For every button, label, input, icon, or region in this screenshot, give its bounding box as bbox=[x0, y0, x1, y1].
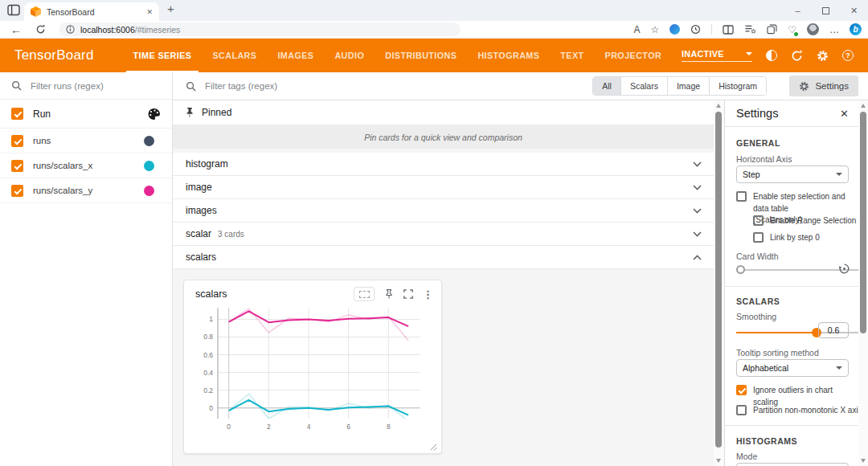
select-all-runs-checkbox[interactable] bbox=[11, 108, 23, 120]
tab-images[interactable]: IMAGES bbox=[267, 39, 324, 72]
filter-scalars-button[interactable]: Scalars bbox=[620, 77, 667, 95]
settings-scrollbar[interactable] bbox=[858, 100, 868, 466]
palette-icon[interactable] bbox=[147, 108, 161, 121]
svg-text:8: 8 bbox=[387, 423, 391, 431]
tab-layout-icon[interactable] bbox=[7, 4, 20, 16]
runs-filter-input[interactable] bbox=[29, 80, 161, 92]
section-scalar[interactable]: scalar 3 cards bbox=[173, 223, 714, 246]
scroll-up-arrow[interactable] bbox=[861, 104, 866, 108]
section-scalars[interactable]: scalars bbox=[173, 246, 714, 269]
close-tab-icon[interactable]: ✕ bbox=[146, 8, 153, 16]
partition-x-axis-row: Partition non-monotonic X axis? bbox=[736, 405, 849, 417]
card-header: scalars ⋮ bbox=[184, 280, 441, 301]
read-aloud-icon[interactable]: A bbox=[633, 25, 640, 35]
link-by-step-checkbox[interactable] bbox=[753, 232, 764, 243]
extension-icon[interactable] bbox=[669, 24, 680, 35]
filter-all-button[interactable]: All bbox=[593, 77, 620, 95]
scroll-down-arrow[interactable] bbox=[861, 459, 866, 463]
browser-tab-strip: TensorBoard ✕ + – ✕ bbox=[0, 0, 868, 21]
run-row[interactable]: runs bbox=[0, 129, 172, 153]
range-selection-checkbox[interactable] bbox=[753, 215, 764, 226]
bing-chat-icon[interactable]: b bbox=[850, 23, 862, 35]
tooltip-sorting-select[interactable]: Alphabetical bbox=[736, 359, 849, 377]
scalars-chart[interactable]: 00.20.40.60.8102468 bbox=[186, 303, 427, 435]
profile-avatar[interactable] bbox=[807, 23, 819, 35]
card-zone: scalars ⋮ 00.20.40.60.8102468 bbox=[173, 269, 714, 464]
close-settings-icon[interactable]: ✕ bbox=[840, 108, 849, 120]
run-row[interactable]: runs/scalars_x bbox=[0, 153, 172, 178]
browser-tab[interactable]: TensorBoard ✕ bbox=[24, 2, 159, 21]
card-more-icon[interactable]: ⋮ bbox=[423, 289, 433, 300]
svg-text:6: 6 bbox=[346, 423, 350, 431]
scrollbar-thumb[interactable] bbox=[860, 112, 866, 333]
tab-title: TensorBoard bbox=[47, 7, 95, 17]
section-histogram[interactable]: histogram bbox=[173, 153, 714, 176]
close-window-button[interactable]: ✕ bbox=[840, 0, 868, 21]
smoothing-value-input[interactable]: 0.6 bbox=[818, 322, 849, 338]
step-selection-checkbox[interactable] bbox=[736, 191, 747, 202]
back-button[interactable]: ← bbox=[10, 24, 22, 35]
run-color-dot[interactable] bbox=[144, 161, 154, 171]
range-selection-label: Enable Range Selection bbox=[770, 215, 856, 227]
run-checkbox[interactable] bbox=[11, 160, 23, 172]
svg-text:0.6: 0.6 bbox=[203, 351, 213, 359]
site-info-icon[interactable] bbox=[66, 25, 75, 34]
history-refresh-icon[interactable] bbox=[690, 24, 701, 35]
tab-histograms[interactable]: HISTOGRAMS bbox=[467, 39, 550, 72]
run-row[interactable]: runs/scalars_y bbox=[0, 178, 172, 203]
reload-button[interactable] bbox=[35, 24, 46, 35]
slider-thumb[interactable] bbox=[736, 265, 745, 274]
tab-audio[interactable]: AUDIO bbox=[324, 39, 375, 72]
settings-button[interactable]: Settings bbox=[789, 76, 858, 96]
section-image[interactable]: image bbox=[173, 176, 714, 199]
horizontal-axis-select[interactable]: Step bbox=[736, 166, 849, 183]
fit-rect-icon bbox=[359, 291, 370, 298]
refresh-icon[interactable] bbox=[791, 50, 803, 62]
run-checkbox[interactable] bbox=[11, 135, 23, 147]
partition-x-axis-checkbox[interactable] bbox=[736, 405, 747, 415]
scroll-down-arrow[interactable] bbox=[716, 459, 721, 463]
tab-projector[interactable]: PROJECTOR bbox=[595, 39, 673, 72]
tag-filter-input[interactable] bbox=[203, 80, 356, 92]
chevron-up-icon bbox=[693, 255, 702, 260]
run-color-dot[interactable] bbox=[144, 136, 154, 146]
shopping-icon[interactable]: ♡ bbox=[788, 24, 796, 35]
resize-handle[interactable] bbox=[430, 444, 437, 451]
main-scrollbar[interactable] bbox=[714, 100, 724, 466]
tab-text[interactable]: TEXT bbox=[550, 39, 594, 72]
link-by-step-row: Link by step 0 bbox=[753, 232, 849, 244]
fullscreen-icon[interactable] bbox=[403, 289, 413, 299]
ignore-outliers-checkbox[interactable] bbox=[736, 385, 747, 395]
section-images[interactable]: images bbox=[173, 199, 714, 223]
split-screen-icon[interactable] bbox=[723, 25, 734, 35]
reset-card-width-icon[interactable] bbox=[838, 263, 850, 275]
mode-select[interactable] bbox=[736, 463, 849, 466]
partition-x-axis-label: Partition non-monotonic X axis? bbox=[753, 405, 868, 417]
scroll-up-arrow[interactable] bbox=[716, 104, 721, 108]
pin-icon bbox=[185, 107, 194, 118]
filter-histogram-button[interactable]: Histogram bbox=[709, 77, 766, 95]
favorites-star-icon[interactable]: ☆ bbox=[650, 25, 659, 35]
url-field[interactable]: localhost:6006/#timeseries bbox=[59, 22, 461, 36]
dark-mode-icon[interactable] bbox=[766, 50, 777, 61]
section-label: images bbox=[186, 205, 217, 216]
tab-distributions[interactable]: DISTRIBUTIONS bbox=[375, 39, 467, 72]
run-color-dot[interactable] bbox=[144, 186, 154, 196]
gear-icon[interactable] bbox=[817, 50, 829, 62]
tab-group-icon[interactable] bbox=[767, 24, 777, 35]
run-checkbox[interactable] bbox=[11, 185, 23, 197]
new-tab-button[interactable]: + bbox=[167, 2, 174, 15]
tab-scalars[interactable]: SCALARS bbox=[202, 39, 267, 72]
more-menu-icon[interactable]: … bbox=[829, 25, 839, 35]
collections-icon[interactable] bbox=[744, 24, 756, 35]
svg-text:4: 4 bbox=[307, 423, 311, 431]
filter-image-button[interactable]: Image bbox=[667, 77, 709, 95]
maximize-button[interactable] bbox=[812, 0, 840, 21]
minimize-button[interactable]: – bbox=[784, 0, 812, 21]
tab-time-series[interactable]: TIME SERIES bbox=[123, 39, 203, 72]
reload-status-select[interactable]: INACTIVE bbox=[682, 49, 752, 62]
fit-to-data-button[interactable] bbox=[354, 287, 375, 301]
scrollbar-thumb[interactable] bbox=[715, 112, 722, 448]
pin-card-icon[interactable] bbox=[384, 288, 394, 300]
help-icon[interactable]: ? bbox=[842, 50, 854, 61]
